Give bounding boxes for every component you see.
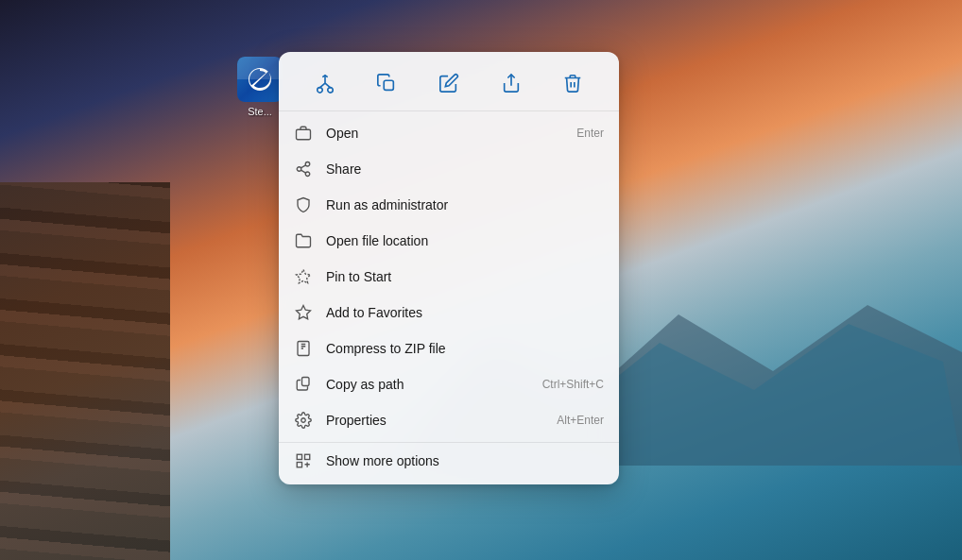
share-icon xyxy=(294,160,313,178)
open-file-location-icon xyxy=(294,231,313,250)
menu-item-compress-zip[interactable]: Compress to ZIP file xyxy=(279,331,619,366)
run-as-admin-label: Run as administrator xyxy=(326,197,604,212)
menu-item-properties[interactable]: Properties Alt+Enter xyxy=(279,402,619,438)
svg-line-10 xyxy=(301,170,305,173)
toolbar-share-button[interactable] xyxy=(490,65,532,101)
svg-point-7 xyxy=(305,162,310,167)
desktop-icon-label: Ste... xyxy=(248,106,272,117)
menu-item-copy-as-path[interactable]: Copy as path Ctrl+Shift+C xyxy=(279,366,619,402)
menu-item-run-as-admin[interactable]: Run as administrator xyxy=(279,187,619,223)
compress-zip-label: Compress to ZIP file xyxy=(326,341,604,356)
toolbar-rename-button[interactable] xyxy=(428,65,470,101)
properties-icon xyxy=(294,411,313,430)
compress-zip-icon xyxy=(294,339,313,358)
pin-to-start-label: Pin to Start xyxy=(326,269,604,284)
desktop-icon-image xyxy=(237,57,283,102)
run-as-admin-icon xyxy=(294,195,313,214)
show-more-icon xyxy=(294,451,313,470)
svg-line-11 xyxy=(301,165,305,168)
properties-shortcut: Alt+Enter xyxy=(557,414,604,427)
svg-point-18 xyxy=(301,418,306,423)
svg-rect-19 xyxy=(297,454,301,459)
copy-as-path-shortcut: Ctrl+Shift+C xyxy=(542,378,604,391)
open-icon xyxy=(294,124,313,143)
toolbar-cut-button[interactable] xyxy=(304,65,346,101)
svg-marker-13 xyxy=(297,306,311,319)
menu-item-pin-to-start[interactable]: Pin to Start xyxy=(279,259,619,295)
menu-item-show-more[interactable]: Show more options xyxy=(279,443,619,479)
context-menu-toolbar xyxy=(279,58,619,111)
svg-point-9 xyxy=(305,172,310,177)
svg-rect-6 xyxy=(297,129,311,140)
toolbar-copy-button[interactable] xyxy=(366,65,407,101)
add-to-favorites-icon xyxy=(294,303,313,322)
menu-item-share[interactable]: Share xyxy=(279,151,619,187)
share-label: Share xyxy=(326,161,604,177)
context-menu: Open Enter Share Run as administrator xyxy=(279,52,619,484)
menu-item-add-to-favorites[interactable]: Add to Favorites xyxy=(279,295,619,331)
menu-item-open-file-location[interactable]: Open file location xyxy=(279,223,619,259)
open-label: Open xyxy=(326,126,561,141)
dock-texture xyxy=(0,182,170,560)
show-more-section: Show more options xyxy=(279,442,619,479)
copy-as-path-label: Copy as path xyxy=(326,377,527,392)
copy-as-path-icon xyxy=(294,375,313,394)
menu-item-open[interactable]: Open Enter xyxy=(279,115,619,151)
open-shortcut: Enter xyxy=(576,127,604,140)
add-to-favorites-label: Add to Favorites xyxy=(326,305,604,320)
toolbar-delete-button[interactable] xyxy=(552,65,593,101)
properties-label: Properties xyxy=(326,413,541,428)
pin-to-start-icon xyxy=(294,267,313,286)
svg-marker-12 xyxy=(297,270,311,283)
svg-point-8 xyxy=(297,167,301,172)
show-more-label: Show more options xyxy=(326,453,604,468)
svg-rect-20 xyxy=(305,454,310,459)
svg-rect-4 xyxy=(385,80,394,90)
open-file-location-label: Open file location xyxy=(326,233,604,248)
svg-rect-21 xyxy=(297,463,301,467)
